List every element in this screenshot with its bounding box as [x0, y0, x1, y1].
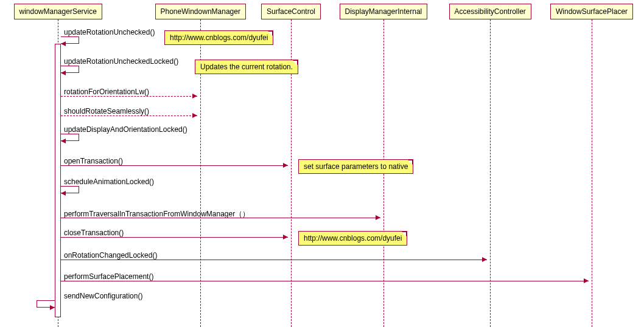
activation-wms: [55, 44, 61, 317]
arrow-line-3: [61, 115, 197, 116]
message-label-6: scheduleAnimationLocked(): [64, 177, 154, 186]
arrow-head-11: [50, 305, 55, 310]
arrow-line-9: [61, 260, 487, 260]
message-label-3: shouldRotateSeamlessly(): [64, 107, 149, 115]
participant-sc: SurfaceControl: [261, 4, 321, 19]
note-1: Updates the current rotation.: [195, 60, 298, 74]
arrow-head-0: [61, 41, 66, 46]
lifeline-wsp: [592, 19, 592, 327]
arrow-head-4: [61, 139, 66, 143]
arrow-line-2: [61, 96, 197, 97]
arrow-head-8: [283, 235, 288, 239]
message-label-4: updateDisplayAndOrientationLocked(): [64, 125, 187, 134]
note-5: set surface parameters to native: [298, 159, 413, 174]
message-label-9: onRotationChangedLocked(): [64, 251, 157, 260]
participant-wms: windowManagerService: [14, 4, 102, 19]
arrow-head-1: [61, 71, 66, 75]
message-label-11: sendNewConfiguration(): [64, 292, 142, 300]
message-label-1: updateRotationUncheckedLocked(): [64, 57, 178, 66]
arrow-line-7: [61, 218, 380, 218]
arrow-line-5: [61, 165, 288, 166]
message-label-2: rotationForOrientationLw(): [64, 88, 149, 96]
note-8: http://www.cnblogs.com/dyufei: [298, 231, 407, 246]
participant-pwm: PhoneWindownManager: [155, 4, 246, 19]
arrow-head-2: [192, 94, 197, 98]
message-label-10: performSurfacePlacement(): [64, 272, 153, 281]
message-label-5: openTransaction(): [64, 157, 123, 165]
arrow-head-6: [61, 191, 66, 196]
note-0: http://www.cnblogs.com/dyufei: [164, 30, 273, 45]
participant-wsp: WindowSurfacePlacer: [550, 4, 633, 19]
arrow-line-8: [61, 237, 288, 238]
arrow-head-9: [482, 257, 487, 262]
arrow-line-10: [61, 281, 589, 281]
arrow-head-3: [192, 113, 197, 118]
message-label-0: updateRotationUnchecked(): [64, 28, 155, 36]
arrow-head-7: [376, 215, 380, 220]
participant-ac: AccessibilityController: [449, 4, 531, 19]
message-label-8: closeTransaction(): [64, 229, 124, 237]
participant-dmi: DisplayManagerInternal: [340, 4, 428, 19]
arrow-head-10: [584, 278, 589, 283]
arrow-head-5: [283, 163, 288, 168]
